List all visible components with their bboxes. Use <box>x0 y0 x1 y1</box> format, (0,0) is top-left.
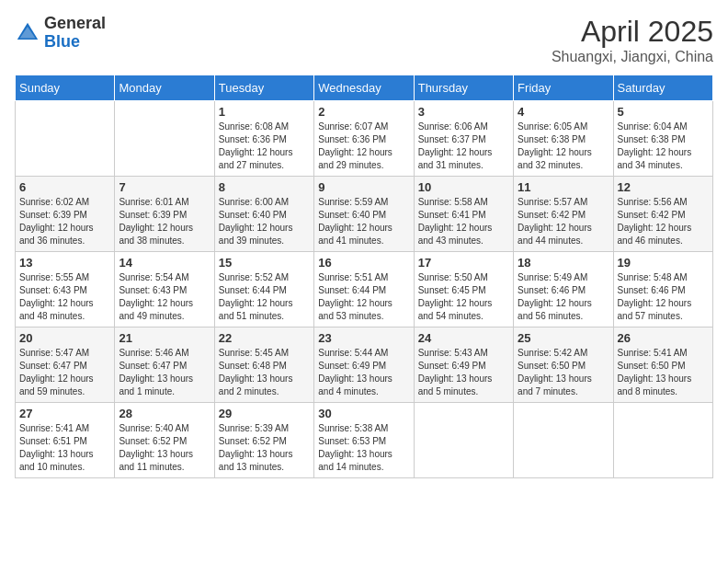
day-info: Sunrise: 5:41 AMSunset: 6:50 PMDaylight:… <box>618 347 709 398</box>
calendar-cell: 25Sunrise: 5:42 AMSunset: 6:50 PMDayligh… <box>514 327 613 403</box>
location-subtitle: Shuangxi, Jiangxi, China <box>552 49 713 65</box>
calendar-week-row: 20Sunrise: 5:47 AMSunset: 6:47 PMDayligh… <box>16 327 713 403</box>
weekday-header-row: SundayMondayTuesdayWednesdayThursdayFrid… <box>16 75 713 101</box>
day-info: Sunrise: 5:56 AMSunset: 6:42 PMDaylight:… <box>618 196 709 247</box>
day-info: Sunrise: 5:46 AMSunset: 6:47 PMDaylight:… <box>119 347 210 398</box>
month-title: April 2025 <box>552 15 713 49</box>
weekday-header: Tuesday <box>214 75 313 101</box>
day-number: 8 <box>219 180 310 194</box>
calendar-cell: 1Sunrise: 6:08 AMSunset: 6:36 PMDaylight… <box>214 101 313 177</box>
day-info: Sunrise: 5:47 AMSunset: 6:47 PMDaylight:… <box>19 347 110 398</box>
day-info: Sunrise: 5:45 AMSunset: 6:48 PMDaylight:… <box>219 347 310 398</box>
calendar-cell: 8Sunrise: 6:00 AMSunset: 6:40 PMDaylight… <box>214 177 313 252</box>
calendar-cell: 19Sunrise: 5:48 AMSunset: 6:46 PMDayligh… <box>613 252 712 327</box>
day-number: 9 <box>318 180 409 194</box>
calendar-cell: 21Sunrise: 5:46 AMSunset: 6:47 PMDayligh… <box>115 327 214 403</box>
day-number: 22 <box>219 331 310 345</box>
calendar-cell <box>414 403 513 478</box>
day-info: Sunrise: 5:58 AMSunset: 6:41 PMDaylight:… <box>418 196 509 247</box>
calendar-cell <box>115 101 214 177</box>
day-info: Sunrise: 5:40 AMSunset: 6:52 PMDaylight:… <box>119 422 210 474</box>
calendar-week-row: 1Sunrise: 6:08 AMSunset: 6:36 PMDaylight… <box>16 101 713 177</box>
calendar-cell: 10Sunrise: 5:58 AMSunset: 6:41 PMDayligh… <box>414 177 513 252</box>
day-info: Sunrise: 5:42 AMSunset: 6:50 PMDaylight:… <box>518 347 609 398</box>
weekday-header: Wednesday <box>314 75 414 101</box>
day-info: Sunrise: 5:43 AMSunset: 6:49 PMDaylight:… <box>418 347 509 398</box>
weekday-header: Saturday <box>613 75 712 101</box>
calendar-cell: 3Sunrise: 6:06 AMSunset: 6:37 PMDaylight… <box>414 101 513 177</box>
calendar-cell: 22Sunrise: 5:45 AMSunset: 6:48 PMDayligh… <box>214 327 313 403</box>
day-number: 25 <box>518 331 609 345</box>
calendar-week-row: 27Sunrise: 5:41 AMSunset: 6:51 PMDayligh… <box>16 403 713 478</box>
day-info: Sunrise: 6:05 AMSunset: 6:38 PMDaylight:… <box>518 121 609 172</box>
day-info: Sunrise: 5:49 AMSunset: 6:46 PMDaylight:… <box>518 271 609 323</box>
day-number: 1 <box>219 105 310 119</box>
day-number: 27 <box>19 407 110 420</box>
calendar-cell: 28Sunrise: 5:40 AMSunset: 6:52 PMDayligh… <box>115 403 214 478</box>
day-number: 7 <box>119 180 210 194</box>
day-number: 2 <box>318 105 409 119</box>
weekday-header: Thursday <box>414 75 513 101</box>
day-number: 4 <box>518 105 609 119</box>
calendar-cell: 14Sunrise: 5:54 AMSunset: 6:43 PMDayligh… <box>115 252 214 327</box>
logo-blue: Blue <box>44 33 106 52</box>
day-number: 12 <box>618 180 709 194</box>
day-number: 3 <box>418 105 509 119</box>
day-info: Sunrise: 5:57 AMSunset: 6:42 PMDaylight:… <box>518 196 609 247</box>
day-info: Sunrise: 5:50 AMSunset: 6:45 PMDaylight:… <box>418 271 509 323</box>
page-header: General Blue April 2025 Shuangxi, Jiangx… <box>15 15 713 65</box>
title-block: April 2025 Shuangxi, Jiangxi, China <box>552 15 713 65</box>
day-number: 24 <box>418 331 509 345</box>
day-number: 5 <box>618 105 709 119</box>
day-number: 14 <box>119 256 210 270</box>
calendar-table: SundayMondayTuesdayWednesdayThursdayFrid… <box>15 75 713 478</box>
day-number: 30 <box>318 407 409 420</box>
calendar-week-row: 13Sunrise: 5:55 AMSunset: 6:43 PMDayligh… <box>16 252 713 327</box>
day-number: 20 <box>19 331 110 345</box>
day-number: 13 <box>19 256 110 270</box>
calendar-cell: 17Sunrise: 5:50 AMSunset: 6:45 PMDayligh… <box>414 252 513 327</box>
calendar-cell: 20Sunrise: 5:47 AMSunset: 6:47 PMDayligh… <box>16 327 115 403</box>
calendar-week-row: 6Sunrise: 6:02 AMSunset: 6:39 PMDaylight… <box>16 177 713 252</box>
day-info: Sunrise: 6:00 AMSunset: 6:40 PMDaylight:… <box>219 196 310 247</box>
calendar-cell: 29Sunrise: 5:39 AMSunset: 6:52 PMDayligh… <box>214 403 313 478</box>
logo-general: General <box>44 15 106 33</box>
calendar-cell: 13Sunrise: 5:55 AMSunset: 6:43 PMDayligh… <box>16 252 115 327</box>
day-info: Sunrise: 5:48 AMSunset: 6:46 PMDaylight:… <box>618 271 709 323</box>
calendar-cell: 5Sunrise: 6:04 AMSunset: 6:38 PMDaylight… <box>613 101 712 177</box>
logo-text: General Blue <box>44 15 106 52</box>
day-number: 6 <box>19 180 110 194</box>
calendar-cell: 26Sunrise: 5:41 AMSunset: 6:50 PMDayligh… <box>613 327 712 403</box>
day-number: 21 <box>119 331 210 345</box>
day-info: Sunrise: 5:38 AMSunset: 6:53 PMDaylight:… <box>318 422 409 474</box>
day-number: 17 <box>418 256 509 270</box>
day-number: 10 <box>418 180 509 194</box>
calendar-cell: 23Sunrise: 5:44 AMSunset: 6:49 PMDayligh… <box>314 327 414 403</box>
day-info: Sunrise: 5:51 AMSunset: 6:44 PMDaylight:… <box>318 271 409 323</box>
calendar-cell: 4Sunrise: 6:05 AMSunset: 6:38 PMDaylight… <box>514 101 613 177</box>
logo-icon <box>15 20 40 46</box>
day-number: 16 <box>318 256 409 270</box>
calendar-cell: 30Sunrise: 5:38 AMSunset: 6:53 PMDayligh… <box>314 403 414 478</box>
day-info: Sunrise: 6:02 AMSunset: 6:39 PMDaylight:… <box>19 196 110 247</box>
calendar-cell: 7Sunrise: 6:01 AMSunset: 6:39 PMDaylight… <box>115 177 214 252</box>
day-info: Sunrise: 5:41 AMSunset: 6:51 PMDaylight:… <box>19 422 110 474</box>
weekday-header: Sunday <box>16 75 115 101</box>
calendar-cell <box>16 101 115 177</box>
calendar-cell: 16Sunrise: 5:51 AMSunset: 6:44 PMDayligh… <box>314 252 414 327</box>
calendar-cell: 11Sunrise: 5:57 AMSunset: 6:42 PMDayligh… <box>514 177 613 252</box>
day-info: Sunrise: 5:59 AMSunset: 6:40 PMDaylight:… <box>318 196 409 247</box>
day-number: 18 <box>518 256 609 270</box>
calendar-cell: 24Sunrise: 5:43 AMSunset: 6:49 PMDayligh… <box>414 327 513 403</box>
day-number: 15 <box>219 256 310 270</box>
calendar-cell <box>514 403 613 478</box>
calendar-cell: 2Sunrise: 6:07 AMSunset: 6:36 PMDaylight… <box>314 101 414 177</box>
day-info: Sunrise: 6:04 AMSunset: 6:38 PMDaylight:… <box>618 121 709 172</box>
day-number: 23 <box>318 331 409 345</box>
logo: General Blue <box>15 15 106 52</box>
day-info: Sunrise: 6:06 AMSunset: 6:37 PMDaylight:… <box>418 121 509 172</box>
calendar-cell: 6Sunrise: 6:02 AMSunset: 6:39 PMDaylight… <box>16 177 115 252</box>
weekday-header: Friday <box>514 75 613 101</box>
day-info: Sunrise: 6:07 AMSunset: 6:36 PMDaylight:… <box>318 121 409 172</box>
calendar-cell: 18Sunrise: 5:49 AMSunset: 6:46 PMDayligh… <box>514 252 613 327</box>
